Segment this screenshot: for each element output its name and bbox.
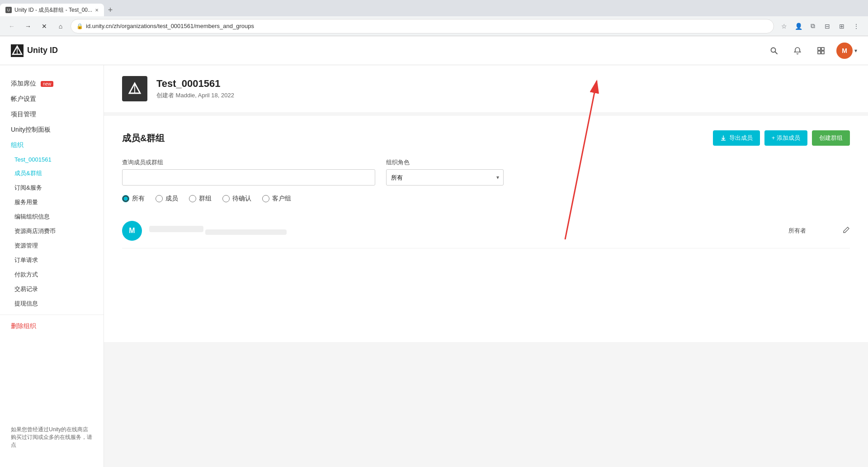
radio-members-input[interactable] xyxy=(156,195,163,202)
member-email-placeholder xyxy=(205,229,287,235)
export-btn-label: 导出成员 xyxy=(729,134,753,142)
more-button[interactable]: ⋮ xyxy=(850,20,863,33)
delete-org-label: 删除组织 xyxy=(11,322,36,330)
section-actions: 导出成员 + 添加成员 创建群组 xyxy=(713,130,850,146)
search-button[interactable] xyxy=(766,43,782,59)
tab-title: Unity ID - 成员&群组 - Test_00... xyxy=(14,6,92,14)
sidebar-divider xyxy=(0,315,104,315)
sidebar-sub-item-orders-services[interactable]: 订阅&服务 xyxy=(0,181,104,195)
sidebar-item-add-seat[interactable]: 添加席位 new xyxy=(0,76,104,91)
svg-rect-8 xyxy=(818,51,821,54)
org-info: Test_0001561 创建者 Maddie, April 18, 2022 xyxy=(156,78,234,100)
radio-customer-group-label[interactable]: 客户组 xyxy=(262,195,291,203)
forward-button[interactable]: → xyxy=(22,20,34,33)
split-button[interactable]: ⊟ xyxy=(821,20,834,33)
tab-close-button[interactable]: ✕ xyxy=(95,8,99,13)
apps-button[interactable] xyxy=(813,43,829,59)
sidebar-sub-item-members-groups[interactable]: 成员&群组 xyxy=(0,166,104,181)
sidebar-sub-item-asset-management[interactable]: 资源管理 xyxy=(0,238,104,253)
address-bar[interactable]: 🔒 id.unity.cn/zh/organizations/test_0001… xyxy=(71,19,774,33)
sidebar-item-delete-org[interactable]: 删除组织 xyxy=(0,319,104,334)
sidebar-toggle[interactable]: ⊞ xyxy=(835,20,848,33)
sidebar-sub-item-org-name[interactable]: Test_0001561 xyxy=(0,153,104,166)
edit-member-button[interactable] xyxy=(843,226,850,235)
radio-all-label[interactable]: 所有 xyxy=(122,195,145,203)
sidebar-sub-item-store-currency[interactable]: 资源商店消费币 xyxy=(0,224,104,238)
members-groups-label: 成员&群组 xyxy=(14,170,42,176)
sidebar-item-unity-dashboard[interactable]: Unity控制面板 xyxy=(0,122,104,138)
user-avatar: M xyxy=(836,43,853,59)
search-label: 查询成员或群组 xyxy=(122,158,375,167)
order-requests-label: 订单请求 xyxy=(14,257,38,263)
logo-text: Unity ID xyxy=(27,46,58,55)
radio-all-input[interactable] xyxy=(122,195,129,202)
radio-customer-group-text: 客户组 xyxy=(272,195,291,203)
new-tab-button[interactable]: + xyxy=(104,4,117,16)
org-header-card: Test_0001561 创建者 Maddie, April 18, 2022 xyxy=(104,65,868,112)
radio-customer-group-input[interactable] xyxy=(262,195,269,202)
add-member-button[interactable]: + 添加成员 xyxy=(764,130,807,146)
role-filter-group: 组织角色 所有 所有者 管理员 用户 ▾ xyxy=(386,158,504,186)
export-members-button[interactable]: 导出成员 xyxy=(713,130,760,146)
grid-icon xyxy=(817,47,825,55)
member-list: M 所有者 xyxy=(122,214,850,248)
tab-favicon: U xyxy=(5,7,12,13)
svg-line-5 xyxy=(775,52,777,54)
profile-button[interactable]: 👤 xyxy=(792,20,805,33)
org-name: Test_0001561 xyxy=(156,78,234,90)
radio-members-label[interactable]: 成员 xyxy=(156,195,178,203)
radio-filter-group: 所有 成员 群组 待确认 xyxy=(122,195,850,203)
radio-groups-label[interactable]: 群组 xyxy=(189,195,212,203)
top-nav: Unity ID M ▾ xyxy=(0,36,868,65)
sidebar-item-project-management[interactable]: 项目管理 xyxy=(0,107,104,122)
sidebar-sub-item-payment[interactable]: 付款方式 xyxy=(0,267,104,282)
sidebar-sub-item-order-requests[interactable]: 订单请求 xyxy=(0,253,104,267)
address-text: id.unity.cn/zh/organizations/test_000156… xyxy=(86,23,768,29)
filter-row: 查询成员或群组 组织角色 所有 所有者 管理员 用户 ▾ xyxy=(122,158,850,186)
store-currency-label: 资源商店消费币 xyxy=(14,228,56,234)
page: Unity ID M ▾ 添加席位 new xyxy=(0,36,868,467)
create-group-button[interactable]: 创建群组 xyxy=(812,130,850,146)
home-button[interactable]: ⌂ xyxy=(54,20,67,33)
radio-members-text: 成员 xyxy=(165,195,178,203)
edit-org-label: 编辑组织信息 xyxy=(14,213,50,220)
bookmark-button[interactable]: ☆ xyxy=(778,20,790,33)
role-select[interactable]: 所有 所有者 管理员 用户 xyxy=(386,169,504,186)
search-filter-group: 查询成员或群组 xyxy=(122,158,375,186)
top-nav-actions: M ▾ xyxy=(766,43,857,59)
back-button[interactable]: ← xyxy=(5,20,18,33)
radio-groups-input[interactable] xyxy=(189,195,196,202)
radio-pending-text: 待确认 xyxy=(232,195,251,203)
user-menu[interactable]: M ▾ xyxy=(836,43,857,59)
asset-management-label: 资源管理 xyxy=(14,242,38,249)
sidebar-sub-item-service-usage[interactable]: 服务用量 xyxy=(0,195,104,210)
browser-actions: ☆ 👤 ⧉ ⊟ ⊞ ⋮ xyxy=(778,20,863,33)
search-icon xyxy=(770,47,778,55)
sidebar-item-account-settings[interactable]: 帐户设置 xyxy=(0,91,104,107)
section-title: 成员&群组 xyxy=(122,132,165,144)
radio-groups-text: 群组 xyxy=(199,195,212,203)
search-input[interactable] xyxy=(122,169,375,186)
extensions-button[interactable]: ⧉ xyxy=(807,20,819,33)
withdrawal-label: 提现信息 xyxy=(14,300,38,307)
role-label: 组织角色 xyxy=(386,158,504,167)
account-settings-label: 帐户设置 xyxy=(11,95,36,103)
sidebar-sub-item-edit-org[interactable]: 编辑组织信息 xyxy=(0,210,104,224)
sidebar-item-org[interactable]: 组织 xyxy=(0,138,104,153)
radio-pending-label[interactable]: 待确认 xyxy=(222,195,251,203)
service-usage-label: 服务用量 xyxy=(14,199,38,205)
new-badge: new xyxy=(41,81,53,87)
reload-button[interactable]: ✕ xyxy=(38,20,51,33)
sidebar-footer: 如果您曾经通过Unity的在线商店购买过订阅或众多的在线服务，请点 xyxy=(0,419,104,456)
table-row: M 所有者 xyxy=(122,214,850,248)
member-actions xyxy=(843,226,850,235)
active-tab[interactable]: U Unity ID - 成员&群组 - Test_00... ✕ xyxy=(0,4,104,16)
radio-pending-input[interactable] xyxy=(222,195,230,202)
section-header: 成员&群组 导出成员 + 添加成员 创建群组 xyxy=(122,130,850,146)
svg-rect-7 xyxy=(821,48,824,50)
sidebar-sub-item-withdrawal[interactable]: 提现信息 xyxy=(0,296,104,311)
sidebar-sub-item-transaction[interactable]: 交易记录 xyxy=(0,282,104,296)
notification-button[interactable] xyxy=(789,43,806,59)
create-group-btn-label: 创建群组 xyxy=(819,134,843,141)
sidebar-footer-text: 如果您曾经通过Unity的在线商店购买过订阅或众多的在线服务，请点 xyxy=(11,426,92,448)
